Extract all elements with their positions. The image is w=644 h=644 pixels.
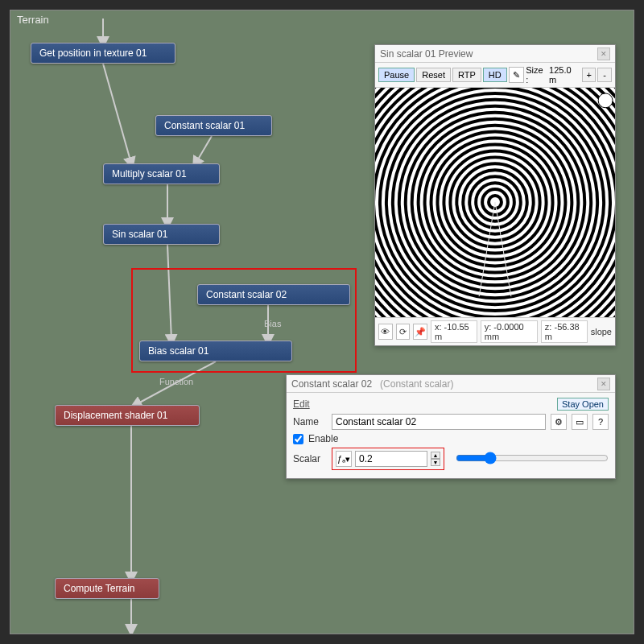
size-value: 125.0 m (549, 65, 580, 85)
size-minus-button[interactable]: - (597, 68, 612, 82)
size-label: Size : (526, 65, 547, 85)
preview-titlebar[interactable]: Sin scalar 01 Preview ✕ (375, 45, 615, 63)
svg-point-36 (598, 93, 613, 108)
close-icon[interactable]: ✕ (597, 378, 610, 390)
node-displacement-shader[interactable]: Displacement shader 01 (55, 405, 200, 426)
preview-statusbar: 👁 ⟳ 📌 x: -10.55 m y: -0.0000 mm z: -56.3… (375, 317, 615, 345)
node-constant-scalar-01[interactable]: Constant scalar 01 (155, 115, 272, 136)
concentric-rings-icon (375, 88, 615, 317)
name-field[interactable] (332, 414, 546, 430)
scalar-step-down[interactable]: ▼ (431, 459, 440, 466)
node-label: Displacement shader 01 (64, 410, 167, 421)
scalar-slider[interactable] (456, 452, 609, 464)
svg-line-2 (196, 136, 212, 163)
node-compute-terrain[interactable]: Compute Terrain (55, 578, 159, 599)
node-label: Compute Terrain (64, 583, 135, 594)
edge-label-bias: Bias (264, 319, 281, 328)
properties-titlebar[interactable]: Constant scalar 02 (Constant scalar) ✕ (287, 375, 615, 393)
scalar-expr-icon[interactable]: ƒₐ▾ (336, 451, 352, 467)
node-sin-scalar[interactable]: Sin scalar 01 (103, 224, 220, 245)
pause-button[interactable]: Pause (378, 68, 415, 82)
node-label: Multiply scalar 01 (112, 168, 187, 180)
properties-subtitle: (Constant scalar) (380, 378, 453, 390)
highlight-box (131, 268, 357, 373)
scalar-label: Scalar (293, 453, 327, 464)
node-multiply-scalar[interactable]: Multiply scalar 01 (103, 163, 220, 184)
reset-button[interactable]: Reset (416, 68, 451, 82)
node-label: Constant scalar 01 (164, 120, 245, 131)
status-z: z: -56.38 m (541, 320, 588, 343)
help-button[interactable]: ? (592, 414, 609, 430)
name-label: Name (293, 416, 327, 427)
pin-icon[interactable]: 📌 (413, 324, 427, 340)
preview-window[interactable]: Sin scalar 01 Preview ✕ Pause Reset RTP … (374, 44, 616, 346)
preview-viewport[interactable] (375, 88, 615, 317)
close-icon[interactable]: ✕ (597, 47, 610, 60)
enable-label: Enable (308, 433, 338, 444)
eye-icon[interactable]: 👁 (378, 324, 393, 340)
scalar-highlight: ƒₐ▾ ▲ ▼ (332, 448, 444, 470)
node-label: Sin scalar 01 (112, 229, 167, 240)
properties-window[interactable]: Constant scalar 02 (Constant scalar) ✕ E… (286, 374, 616, 479)
status-x: x: -10.55 m (431, 320, 477, 343)
stay-open-button[interactable]: Stay Open (557, 398, 609, 411)
canvas-title: Terrain (17, 14, 49, 26)
status-y: y: -0.0000 mm (481, 320, 538, 343)
edge-label-function: Function (159, 377, 193, 386)
preview-toolbar: Pause Reset RTP HD ✎ Size : 125.0 m + - (375, 63, 615, 88)
hd-button[interactable]: HD (483, 68, 507, 82)
preview-title: Sin scalar 01 Preview (380, 48, 473, 60)
window-icon[interactable]: ▭ (572, 414, 588, 430)
scalar-field[interactable] (355, 451, 427, 467)
brush-icon[interactable]: ✎ (509, 67, 525, 83)
properties-title: Constant scalar 02 (291, 378, 372, 390)
enable-checkbox[interactable] (293, 434, 303, 444)
rtp-button[interactable]: RTP (452, 68, 481, 82)
edit-menu[interactable]: Edit (293, 398, 310, 410)
svg-line-1 (103, 64, 131, 163)
gear-icon[interactable]: ⚙ (551, 414, 567, 430)
size-plus-button[interactable]: + (582, 68, 597, 82)
status-slope: slope (591, 327, 612, 336)
node-get-position[interactable]: Get position in texture 01 (31, 43, 175, 64)
scalar-step-up[interactable]: ▲ (431, 452, 440, 459)
refresh-icon[interactable]: ⟳ (396, 324, 411, 340)
node-label: Get position in texture 01 (39, 47, 147, 59)
